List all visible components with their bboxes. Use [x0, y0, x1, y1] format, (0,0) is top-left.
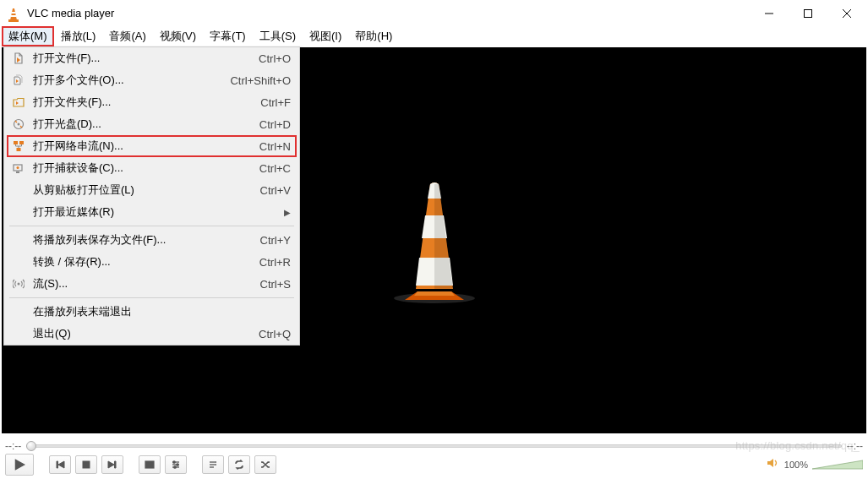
menu-row-shortcut: Ctrl+O	[259, 52, 291, 65]
menu-item-5[interactable]: 工具(S)	[253, 26, 303, 46]
previous-button[interactable]	[49, 455, 71, 474]
menu-item-7[interactable]: 帮助(H)	[348, 26, 399, 46]
svg-rect-18	[145, 461, 154, 468]
seek-row: --:-- --:--	[5, 438, 863, 454]
disc-icon	[9, 118, 28, 130]
menu-row-shortcut: Ctrl+V	[260, 184, 291, 197]
stop-button[interactable]	[75, 455, 97, 474]
minimize-button[interactable]	[750, 0, 789, 26]
volume-slider[interactable]	[812, 459, 863, 471]
menu-row-3[interactable]: 打开光盘(D)...Ctrl+D	[4, 113, 299, 135]
menu-row-label: 在播放列表末端退出	[28, 304, 291, 319]
menu-item-1[interactable]: 播放(L)	[54, 26, 103, 46]
menu-row-2[interactable]: 打开文件夹(F)...Ctrl+F	[4, 91, 299, 113]
time-elapsed: --:--	[5, 440, 21, 452]
menu-row-shortcut: Ctrl+C	[259, 162, 291, 175]
menu-row-9[interactable]: 将播放列表保存为文件(F)...Ctrl+Y	[4, 229, 299, 251]
extended-settings-button[interactable]	[165, 455, 187, 474]
svg-rect-11	[19, 141, 24, 144]
files-icon	[9, 74, 28, 86]
svg-point-22	[173, 461, 175, 463]
stream-icon	[9, 278, 28, 290]
menu-row-label: 打开光盘(D)...	[28, 117, 259, 132]
menu-item-6[interactable]: 视图(I)	[303, 26, 348, 46]
svg-rect-12	[17, 148, 21, 151]
mute-button[interactable]	[767, 457, 780, 472]
vlc-cone-logo	[384, 177, 485, 304]
fullscreen-button[interactable]	[139, 455, 161, 474]
menu-row-shortcut: Ctrl+D	[259, 118, 291, 131]
control-bar: 100%	[5, 455, 863, 475]
menu-row-label: 打开多个文件(O)...	[28, 73, 230, 88]
seek-slider[interactable]	[26, 440, 841, 452]
menu-row-label: 打开网络串流(N)...	[28, 139, 259, 154]
svg-rect-14	[16, 171, 19, 173]
svg-point-15	[17, 166, 19, 169]
svg-rect-4	[805, 9, 812, 17]
menu-row-5[interactable]: 打开捕获设备(C)...Ctrl+C	[4, 157, 299, 179]
menu-row-label: 打开文件(F)...	[28, 51, 259, 66]
menu-row-13[interactable]: 在播放列表末端退出	[4, 301, 299, 323]
playlist-button[interactable]	[202, 455, 224, 474]
chevron-right-icon: ▶	[282, 208, 291, 217]
network-icon	[9, 140, 28, 152]
svg-point-24	[174, 466, 176, 468]
menu-row-shortcut: Ctrl+F	[260, 96, 291, 109]
menu-row-shortcut: Ctrl+S	[260, 278, 291, 291]
menu-row-1[interactable]: 打开多个文件(O)...Ctrl+Shift+O	[4, 69, 299, 91]
svg-rect-17	[83, 461, 90, 468]
menu-row-label: 打开最近媒体(R)	[28, 204, 282, 220]
menu-row-0[interactable]: 打开文件(F)...Ctrl+O	[4, 47, 299, 69]
menu-row-label: 流(S)...	[28, 276, 260, 291]
menu-row-14[interactable]: 退出(Q)Ctrl+Q	[4, 323, 299, 345]
capture-icon	[9, 162, 28, 174]
shuffle-button[interactable]	[254, 455, 276, 474]
watermark: https://blog.csdn.net/qq_	[735, 439, 860, 452]
menu-row-shortcut: Ctrl+N	[259, 140, 291, 153]
menu-row-shortcut: Ctrl+R	[259, 256, 291, 269]
app-icon	[7, 7, 20, 20]
svg-rect-1	[11, 15, 16, 17]
play-button[interactable]	[5, 454, 34, 476]
folder-icon	[9, 96, 28, 108]
menu-row-4[interactable]: 打开网络串流(N)...Ctrl+N	[4, 135, 299, 157]
svg-rect-0	[12, 12, 16, 14]
svg-rect-10	[14, 141, 18, 144]
svg-point-16	[18, 283, 20, 286]
menu-item-2[interactable]: 音频(A)	[102, 26, 152, 46]
menu-item-0[interactable]: 媒体(M)	[2, 26, 54, 46]
loop-button[interactable]	[228, 455, 250, 474]
menu-row-label: 从剪贴板打开位置(L)	[28, 182, 260, 198]
svg-point-9	[18, 123, 20, 126]
menu-item-3[interactable]: 视频(V)	[153, 26, 203, 46]
menu-row-10[interactable]: 转换 / 保存(R)...Ctrl+R	[4, 251, 299, 273]
menu-row-shortcut: Ctrl+Shift+O	[230, 74, 291, 87]
close-button[interactable]	[827, 0, 866, 26]
svg-rect-2	[8, 19, 19, 22]
maximize-button[interactable]	[789, 0, 827, 26]
menu-row-label: 转换 / 保存(R)...	[28, 254, 259, 269]
media-menu-dropdown: 打开文件(F)...Ctrl+O打开多个文件(O)...Ctrl+Shift+O…	[3, 46, 300, 346]
svg-point-23	[177, 464, 178, 465]
menu-row-7[interactable]: 打开最近媒体(R)▶	[4, 201, 299, 223]
menu-item-4[interactable]: 字幕(T)	[203, 26, 253, 46]
menu-row-label: 打开文件夹(F)...	[28, 95, 260, 110]
volume-label: 100%	[784, 460, 808, 470]
menu-bar: 媒体(M)播放(L)音频(A)视频(V)字幕(T)工具(S)视图(I)帮助(H)	[0, 26, 868, 46]
title-bar: VLC media player	[0, 0, 868, 26]
next-button[interactable]	[101, 455, 123, 474]
menu-row-label: 打开捕获设备(C)...	[28, 161, 259, 176]
menu-row-label: 退出(Q)	[28, 326, 259, 341]
file-icon	[9, 52, 28, 64]
menu-row-shortcut: Ctrl+Y	[260, 234, 291, 247]
menu-row-label: 将播放列表保存为文件(F)...	[28, 232, 260, 248]
menu-row-6[interactable]: 从剪贴板打开位置(L)Ctrl+V	[4, 179, 299, 201]
menu-row-11[interactable]: 流(S)...Ctrl+S	[4, 273, 299, 295]
window-title: VLC media player	[27, 7, 750, 19]
menu-row-shortcut: Ctrl+Q	[259, 328, 291, 340]
